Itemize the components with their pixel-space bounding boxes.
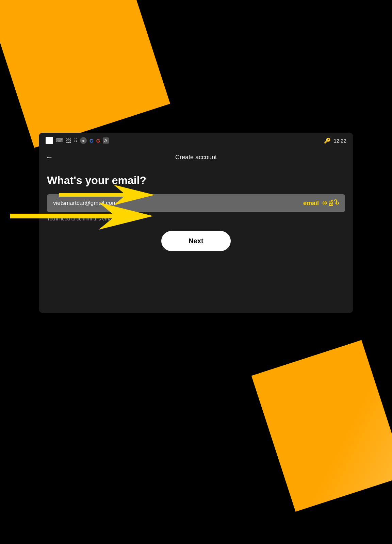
confirm-hint: You'll need to confirm this email later. (47, 216, 345, 221)
status-bar: ⌨ 🖼 ⠿ ● G G A 🔑 12:22 (39, 133, 353, 148)
dots-icon: ⠿ (74, 138, 77, 143)
email-input[interactable] (47, 194, 345, 212)
app-container: ⌨ 🖼 ⠿ ● G G A 🔑 12:22 ← Create account W… (39, 133, 353, 313)
google-icon-blue: G (89, 138, 94, 144)
decorative-shape-top-left (0, 0, 170, 148)
keyboard-icon: ⌨ (56, 137, 63, 144)
status-icon-square (46, 137, 53, 144)
back-button[interactable]: ← (46, 153, 53, 162)
next-button-wrapper: Next (47, 231, 345, 251)
image-icon: 🖼 (66, 138, 71, 144)
status-bar-left: ⌨ 🖼 ⠿ ● G G A (46, 137, 109, 144)
page-heading: What's your email? (47, 174, 345, 187)
main-content: What's your email? email ထည့်ပါ You'll n… (39, 166, 353, 258)
email-input-container: email ထည့်ပါ (47, 194, 345, 212)
decorative-shape-bottom-right (251, 340, 392, 512)
nav-bar: ← Create account (39, 148, 353, 166)
circle-icon: ● (80, 137, 87, 144)
nav-title: Create account (175, 154, 217, 161)
key-icon: 🔑 (324, 137, 331, 144)
a-icon: A (103, 137, 109, 144)
google-icon-red: G (96, 138, 100, 144)
status-bar-right: 🔑 12:22 (324, 137, 346, 144)
next-button[interactable]: Next (161, 231, 230, 251)
time-display: 12:22 (333, 138, 346, 144)
